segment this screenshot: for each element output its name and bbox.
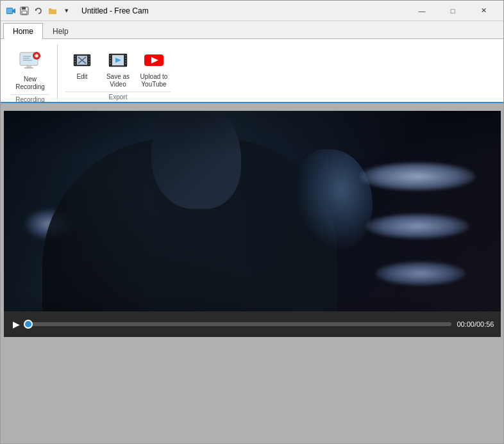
save-as-video-label: Save as Video bbox=[103, 73, 133, 88]
time-display: 00:00/00:56 bbox=[457, 320, 494, 328]
export-group-content: Edit bbox=[65, 43, 171, 92]
svg-rect-4 bbox=[22, 7, 26, 10]
svg-rect-21 bbox=[74, 58, 76, 60]
recording-group-content: New Recording bbox=[11, 43, 49, 94]
play-button[interactable]: ▶ bbox=[10, 318, 23, 331]
folder-quick-btn[interactable] bbox=[47, 5, 58, 17]
ribbon: New Recording Recording bbox=[1, 39, 503, 103]
app-window: ▾ Untitled - Free Cam — □ ✕ Home Help bbox=[0, 0, 504, 444]
youtube-icon bbox=[142, 49, 165, 72]
svg-rect-26 bbox=[88, 61, 90, 62]
main-body: ▶ 00:00/00:56 bbox=[1, 103, 503, 443]
title-bar: ▾ Untitled - Free Cam — □ ✕ bbox=[1, 1, 503, 21]
upload-youtube-label: Upload to YouTube bbox=[139, 73, 169, 88]
svg-rect-27 bbox=[88, 63, 90, 65]
progress-thumb[interactable] bbox=[24, 320, 33, 329]
tab-home[interactable]: Home bbox=[3, 23, 43, 39]
window-title: Untitled - Free Cam bbox=[81, 6, 149, 15]
export-group-label: Export bbox=[65, 92, 171, 103]
svg-rect-22 bbox=[74, 61, 76, 62]
new-recording-icon bbox=[17, 49, 43, 74]
export-group: Edit bbox=[60, 42, 176, 102]
svg-rect-12 bbox=[26, 65, 31, 67]
undo-quick-btn[interactable] bbox=[33, 5, 44, 17]
save-video-icon bbox=[106, 49, 130, 72]
new-recording-button[interactable]: New Recording bbox=[11, 45, 49, 94]
edit-icon bbox=[71, 49, 94, 72]
ribbon-separator-1 bbox=[57, 44, 58, 99]
svg-rect-23 bbox=[74, 63, 76, 65]
new-recording-label: New Recording bbox=[13, 76, 47, 91]
svg-rect-39 bbox=[125, 58, 126, 59]
title-bar-left: ▾ Untitled - Free Cam bbox=[6, 5, 149, 17]
ribbon-tabs: Home Help bbox=[1, 21, 503, 39]
svg-rect-25 bbox=[88, 58, 90, 60]
svg-rect-40 bbox=[125, 60, 126, 62]
recording-group: New Recording Recording bbox=[6, 42, 55, 102]
window-controls: — □ ✕ bbox=[407, 1, 498, 21]
maximize-button[interactable]: □ bbox=[438, 1, 467, 21]
close-button[interactable]: ✕ bbox=[469, 1, 498, 21]
svg-rect-20 bbox=[74, 56, 76, 57]
svg-rect-13 bbox=[24, 67, 33, 69]
tab-help[interactable]: Help bbox=[43, 23, 78, 39]
upload-youtube-button[interactable]: Upload to YouTube bbox=[137, 45, 171, 92]
svg-rect-37 bbox=[110, 63, 111, 64]
save-as-video-button[interactable]: Save as Video bbox=[101, 45, 135, 92]
content-area: ▶ 00:00/00:56 bbox=[1, 103, 503, 443]
svg-marker-2 bbox=[13, 8, 15, 13]
edit-label: Edit bbox=[67, 73, 97, 81]
svg-rect-35 bbox=[110, 58, 111, 59]
svg-rect-1 bbox=[7, 8, 12, 13]
edit-button[interactable]: Edit bbox=[65, 45, 99, 84]
svg-rect-38 bbox=[125, 55, 126, 56]
progress-bar[interactable] bbox=[28, 322, 452, 326]
player-controls: ▶ 00:00/00:56 bbox=[4, 311, 501, 337]
minimize-button[interactable]: — bbox=[407, 1, 437, 21]
svg-rect-24 bbox=[88, 56, 90, 57]
svg-point-16 bbox=[35, 54, 38, 58]
video-player: ▶ 00:00/00:56 bbox=[4, 111, 501, 337]
svg-rect-41 bbox=[125, 63, 126, 64]
below-video-area bbox=[4, 337, 501, 443]
app-icon bbox=[6, 6, 16, 16]
svg-rect-34 bbox=[110, 55, 111, 56]
video-frame bbox=[4, 111, 501, 337]
svg-rect-36 bbox=[110, 60, 111, 62]
svg-rect-5 bbox=[22, 11, 27, 14]
quick-access-toolbar: ▾ bbox=[6, 5, 72, 17]
blue-tint bbox=[4, 111, 501, 337]
save-quick-btn[interactable] bbox=[19, 5, 30, 17]
dropdown-quick-btn[interactable]: ▾ bbox=[61, 5, 72, 17]
